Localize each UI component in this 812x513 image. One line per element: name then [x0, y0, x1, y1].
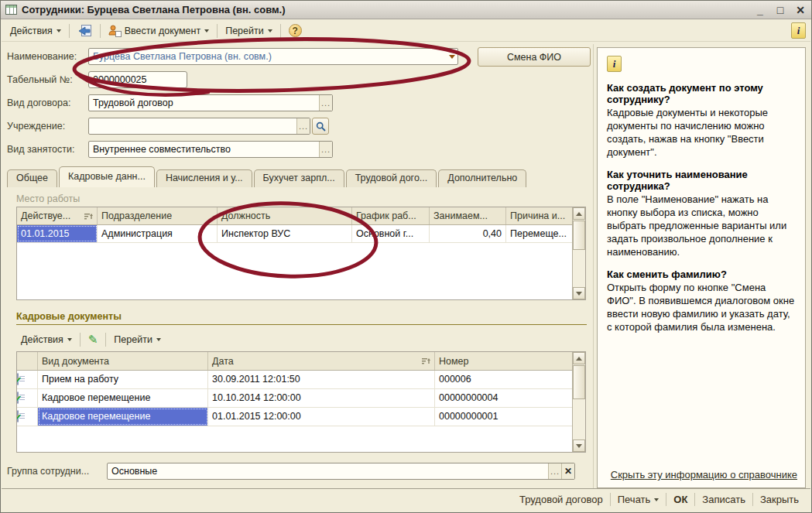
column-header-reason[interactable]: Причина и...: [506, 207, 572, 224]
change-name-button[interactable]: Смена ФИО: [478, 47, 591, 67]
column-header-date[interactable]: Дата: [208, 352, 435, 370]
cell-doc-number[interactable]: 000006: [435, 371, 572, 388]
cell-effective-date[interactable]: 01.01.2015: [17, 225, 98, 242]
chevron-down-icon: [67, 338, 72, 341]
edit-document-button[interactable]: ✎: [84, 331, 103, 348]
tab-additional[interactable]: Дополнительно: [438, 169, 526, 187]
print-button[interactable]: Печать: [611, 491, 666, 508]
cell-doc-type[interactable]: Прием на работу: [38, 371, 208, 388]
help-button[interactable]: ?: [284, 21, 307, 40]
tab-labor-contract[interactable]: Трудовой дого...: [346, 169, 437, 187]
scroll-thumb[interactable]: [573, 221, 585, 250]
documents-table: Вид документа Дата Номер ✔ Прием на рабо…: [16, 351, 586, 453]
table-row[interactable]: 01.01.2015 Администрация Инспектор ВУС О…: [17, 225, 572, 243]
column-header-effective[interactable]: Действуе...: [17, 207, 98, 224]
choose-icon[interactable]: ...: [296, 118, 310, 134]
scroll-down-icon[interactable]: [573, 287, 585, 299]
name-field[interactable]: Бурцева Светлана Петровна (вн. совм.): [88, 48, 458, 65]
reread-document-button[interactable]: [73, 22, 97, 40]
help-question: Как уточнить наименование сотрудника?: [607, 169, 796, 192]
scroll-up-icon[interactable]: [573, 207, 585, 220]
name-dropdown-button[interactable]: [446, 49, 457, 64]
help-question: Как сменить фамилию?: [607, 268, 796, 280]
cell-doc-date[interactable]: 01.01.2015 12:00:00: [208, 408, 435, 426]
personnel-number-field[interactable]: 0000000025: [88, 71, 187, 88]
document-arrow-icon: [77, 25, 92, 37]
cell-doc-date[interactable]: 30.09.2011 12:01:50: [208, 371, 435, 388]
sort-ascending-icon: [421, 357, 430, 365]
cell-doc-number[interactable]: 00000000004: [435, 389, 572, 407]
cell-doc-type[interactable]: Кадровое перемещение: [38, 408, 208, 426]
info-icon: i: [607, 56, 622, 72]
ok-button[interactable]: ОК: [666, 491, 694, 508]
scroll-down-icon[interactable]: [573, 439, 585, 452]
cell-reason[interactable]: Перемеще...: [506, 225, 572, 242]
column-header-position[interactable]: Должность: [218, 207, 352, 224]
tab-hr-data[interactable]: Кадровые данн...: [59, 166, 155, 187]
employee-group-field[interactable]: Основные ... ✕: [107, 463, 575, 480]
name-label: Наименование:: [7, 48, 77, 65]
cell-schedule[interactable]: Основной г...: [352, 225, 430, 242]
tab-bar: Общее Кадровые данн... Начисления и у...…: [7, 166, 526, 187]
scroll-up-icon[interactable]: [573, 352, 585, 364]
column-header-department[interactable]: Подразделение: [98, 207, 218, 224]
column-header-rate[interactable]: Занимаем...: [430, 207, 506, 224]
maximize-icon[interactable]: □: [774, 2, 786, 18]
contract-type-field[interactable]: Трудовой договор ...: [88, 94, 333, 111]
chevron-down-icon: [268, 29, 272, 32]
title-bar: Сотрудники: Бурцева Светлана Петровна (в…: [1, 1, 811, 19]
institution-field[interactable]: ...: [88, 118, 310, 135]
table-row[interactable]: ✔ Кадровое перемещение 01.01.2015 12:00:…: [17, 408, 572, 426]
chevron-down-icon: [449, 55, 455, 59]
cell-department[interactable]: Администрация: [98, 225, 218, 242]
document-posted-icon: ✔: [17, 392, 19, 404]
tab-payroll-accounting[interactable]: Бухучет зарпл...: [254, 169, 344, 187]
chevron-down-icon: [57, 29, 61, 32]
document-posted-icon: ✔: [17, 410, 19, 422]
column-header-number[interactable]: Номер: [435, 352, 572, 370]
cell-position[interactable]: Инспектор ВУС: [218, 225, 352, 242]
minimize-icon[interactable]: _: [754, 2, 766, 18]
actions-menu-button[interactable]: Действия: [5, 22, 66, 39]
table-row[interactable]: ✔ Прием на работу 30.09.2011 12:01:50 00…: [17, 371, 572, 389]
employee-group-value: Основные: [108, 463, 548, 479]
clear-icon[interactable]: ✕: [561, 463, 574, 479]
cell-doc-number[interactable]: 00000000001: [435, 408, 572, 426]
scroll-thumb[interactable]: [573, 365, 585, 399]
documents-actions-button[interactable]: Действия: [16, 331, 77, 348]
documents-scrollbar[interactable]: [572, 352, 585, 452]
pencil-icon: ✎: [88, 334, 98, 345]
tab-accruals[interactable]: Начисления и у...: [156, 169, 252, 187]
chevron-down-icon: [156, 338, 161, 341]
save-button[interactable]: Записать: [695, 491, 752, 508]
choose-icon[interactable]: ...: [319, 95, 332, 111]
search-button[interactable]: [312, 118, 329, 135]
help-icon: ?: [289, 24, 302, 37]
directory-icon: [5, 5, 17, 15]
goto-menu-button[interactable]: Перейти: [221, 22, 277, 39]
column-header-schedule[interactable]: График раб...: [352, 207, 430, 224]
close-button[interactable]: Закрыть: [753, 491, 806, 508]
labor-contract-button[interactable]: Трудовой договор: [512, 491, 610, 508]
cell-rate[interactable]: 0,40: [430, 225, 506, 242]
enter-document-button[interactable]: Ввести документ: [104, 22, 214, 40]
cell-doc-date[interactable]: 10.10.2014 12:00:00: [208, 389, 435, 407]
employment-type-field[interactable]: Внутреннее совместительство ...: [88, 141, 333, 158]
close-icon[interactable]: ✕: [794, 2, 807, 18]
hide-info-link[interactable]: Скрыть эту информацию о справочнике: [605, 468, 797, 481]
table-row[interactable]: ✔ Кадровое перемещение 10.10.2014 12:00:…: [17, 389, 572, 408]
bottom-button-bar: Трудовой договор Печать ОК Записать Закр…: [2, 488, 810, 510]
document-posted-icon: ✔: [17, 373, 19, 385]
workplace-scrollbar[interactable]: [572, 207, 585, 299]
cell-doc-type[interactable]: Кадровое перемещение: [38, 389, 208, 407]
documents-toolbar: Действия ✎ Перейти: [16, 330, 326, 350]
search-icon: [316, 121, 326, 132]
choose-icon[interactable]: ...: [319, 142, 332, 157]
contract-type-value: Трудовой договор: [89, 95, 319, 111]
column-header-doc-type[interactable]: Вид документа: [38, 352, 208, 370]
choose-icon[interactable]: ...: [548, 463, 561, 479]
tab-general[interactable]: Общее: [7, 169, 57, 187]
main-toolbar: Действия Ввести документ Перейти ? i: [2, 20, 810, 42]
documents-goto-button[interactable]: Перейти: [109, 331, 166, 348]
info-toggle-button[interactable]: i: [791, 22, 806, 39]
